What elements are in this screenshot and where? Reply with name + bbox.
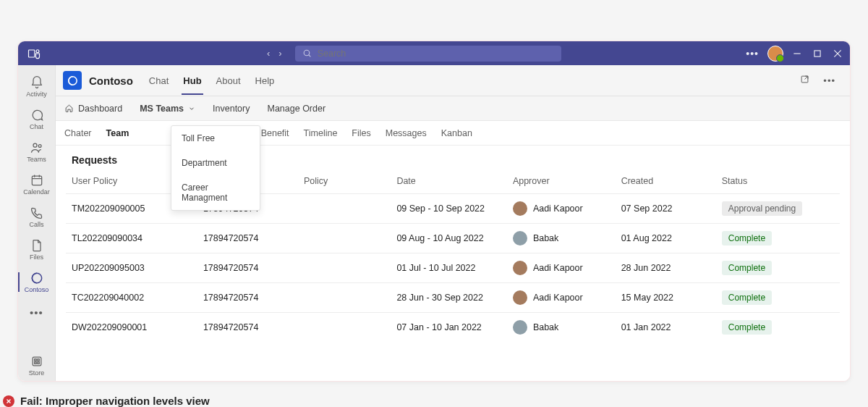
col-header: Date — [391, 172, 507, 194]
app-tab-hub[interactable]: Hub — [182, 67, 203, 95]
app-tab-chat[interactable]: Chat — [148, 67, 170, 95]
cell-date: 01 Jul - 10 Jul 2022 — [391, 253, 507, 283]
svg-rect-19 — [37, 362, 39, 364]
rail-item-teams[interactable]: Teams — [18, 136, 55, 167]
chevron-down-icon — [188, 105, 195, 112]
nav-forward-icon[interactable]: › — [278, 48, 281, 59]
search-input[interactable] — [318, 49, 554, 59]
secnav-files[interactable]: Files — [352, 128, 370, 138]
subnav-manage-order[interactable]: Manage Order — [267, 104, 326, 114]
file-icon — [30, 238, 44, 253]
rail-label: Teams — [27, 156, 46, 163]
caption: Fail: Improper navigation levels view — [3, 395, 210, 407]
cell-policy: TC202209040002 — [66, 283, 197, 313]
dropdown-item-career[interactable]: Career Managment — [171, 175, 260, 210]
title-bar: ‹ › ••• — [18, 41, 850, 65]
status-badge: Approval pending — [722, 201, 802, 216]
cell-date: 09 Sep - 10 Sep 2022 — [391, 194, 507, 224]
cell-status: Complete — [716, 253, 840, 283]
col-header: Status — [716, 172, 840, 194]
rail-item-calendar[interactable]: Calendar — [18, 169, 55, 200]
rail-label: Store — [29, 369, 45, 377]
app-more-icon[interactable]: ••• — [823, 75, 835, 86]
cell-p — [298, 253, 391, 283]
status-badge: Complete — [722, 320, 772, 335]
secnav-team[interactable]: Team — [106, 128, 129, 138]
cell-created: 28 Jun 2022 — [616, 253, 716, 283]
contoso-icon — [30, 271, 44, 285]
avatar — [513, 201, 527, 216]
app-logo-icon — [63, 71, 82, 90]
minimize-button[interactable] — [792, 49, 802, 59]
svg-point-8 — [33, 143, 37, 147]
rail-item-files[interactable]: Files — [18, 234, 55, 265]
app-tab-about[interactable]: About — [215, 67, 242, 95]
cell-policy: TL202209090034 — [66, 224, 197, 253]
rail-label: Activity — [26, 91, 47, 98]
rail-label: Calendar — [23, 188, 50, 196]
avatar — [513, 290, 527, 305]
subnav-msteams[interactable]: MS Teams — [140, 104, 195, 114]
cell-number: 17894720574 — [197, 283, 298, 313]
rail-item-calls[interactable]: Calls — [18, 201, 55, 232]
cell-date: 09 Aug - 10 Aug 2022 — [391, 224, 507, 253]
rail-item-contoso[interactable]: Contoso — [18, 267, 55, 298]
app-window: ‹ › ••• Activity — [17, 41, 851, 382]
col-header: Created — [616, 172, 716, 194]
maximize-button[interactable] — [812, 49, 822, 59]
secnav-messages[interactable]: Messages — [386, 128, 427, 138]
status-badge: Complete — [722, 261, 772, 275]
avatar — [513, 231, 527, 246]
dropdown-item-toll-free[interactable]: Toll Free — [171, 126, 260, 151]
content-area: Chater Team Project Benefit Timeline Fil… — [56, 121, 850, 381]
table-row[interactable]: UP2022090950031789472057401 Jul - 10 Jul… — [66, 253, 840, 283]
rail-label: Files — [30, 253, 43, 261]
close-button[interactable] — [833, 49, 843, 59]
table-row[interactable]: DW2022090900011789472057407 Jan - 10 Jan… — [66, 313, 840, 343]
rail-item-chat[interactable]: Chat — [18, 104, 55, 135]
more-icon[interactable]: ••• — [746, 48, 759, 59]
secnav-timeline[interactable]: Timeline — [304, 128, 338, 138]
cell-approver: Babak — [507, 313, 616, 343]
teams-logo-icon — [27, 46, 41, 61]
col-header: Approver — [507, 172, 616, 194]
subnav-dashboard[interactable]: Dashboard — [64, 104, 122, 114]
svg-rect-17 — [37, 359, 39, 361]
table-row[interactable]: TC2022090400021789472057428 Jun - 30 Sep… — [66, 283, 840, 313]
secnav-kanban[interactable]: Kanban — [441, 128, 472, 138]
subnav-inventory[interactable]: Inventory — [213, 104, 250, 114]
search-box[interactable] — [295, 46, 561, 62]
secnav-chater[interactable]: Chater — [64, 128, 92, 138]
svg-rect-0 — [29, 50, 35, 57]
popout-icon[interactable] — [799, 74, 810, 87]
subnav-label: MS Teams — [140, 104, 184, 114]
rail-item-activity[interactable]: Activity — [18, 71, 55, 102]
cell-approver: Aadi Kapoor — [507, 253, 616, 283]
table-row[interactable]: TL2022090900341789472057409 Aug - 10 Aug… — [66, 224, 840, 253]
calendar-icon — [30, 173, 44, 188]
sub-nav: Dashboard MS Teams Inventory Manage Orde… — [56, 96, 850, 121]
status-badge: Complete — [722, 231, 772, 246]
cell-approver: Babak — [507, 224, 616, 253]
status-badge: Complete — [722, 290, 772, 305]
nav-back-icon[interactable]: ‹ — [267, 48, 270, 59]
dropdown-item-department[interactable]: Department — [171, 151, 260, 175]
cell-number: 17894720574 — [197, 224, 298, 253]
cell-number: 17894720574 — [197, 253, 298, 283]
rail-more-icon[interactable]: ••• — [30, 299, 43, 326]
svg-rect-5 — [814, 50, 820, 56]
cell-number: 17894720574 — [197, 313, 298, 343]
svg-point-1 — [36, 49, 39, 52]
cell-policy: DW202209090001 — [66, 313, 197, 343]
rail-label: Chat — [30, 123, 43, 130]
user-avatar[interactable] — [767, 46, 783, 62]
subnav-label: Dashboard — [78, 104, 122, 114]
cell-approver: Aadi Kapoor — [507, 283, 616, 313]
cell-policy: UP202209095003 — [66, 253, 197, 283]
msteams-dropdown: Toll Free Department Career Managment — [171, 125, 260, 211]
app-tab-help[interactable]: Help — [254, 67, 276, 95]
phone-icon — [30, 206, 44, 220]
rail-item-store[interactable]: Store — [18, 350, 55, 381]
chat-icon — [30, 108, 44, 122]
search-icon — [302, 49, 312, 58]
